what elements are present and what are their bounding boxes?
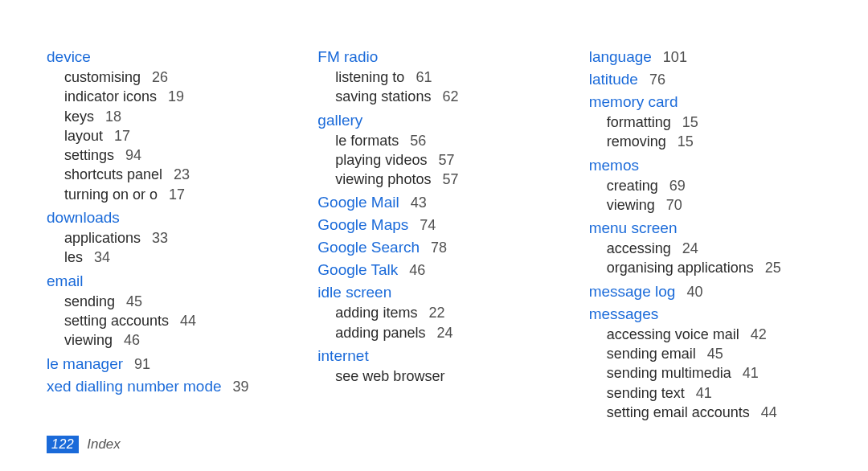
index-heading: language101: [589, 48, 821, 66]
index-subitem-page: 19: [168, 88, 184, 104]
index-subitem: sending multimedia41: [607, 363, 821, 383]
index-heading: idle screen: [317, 284, 550, 301]
index-heading-label: memory card: [589, 93, 678, 110]
index-heading-label: menu screen: [589, 219, 678, 236]
index-heading: FM radio: [317, 48, 550, 66]
index-subitem-label: les: [64, 249, 83, 265]
index-heading-label: device: [47, 48, 91, 65]
index-subitem-page: 69: [669, 178, 686, 194]
index-heading-label: Google Talk: [317, 261, 398, 278]
index-heading: messages: [589, 305, 821, 323]
index-subitem-label: shortcuts panel: [64, 166, 162, 182]
index-subitem-page: 25: [765, 260, 781, 276]
index-heading-label: FM radio: [317, 48, 378, 65]
index-subitem-page: 26: [152, 69, 168, 85]
index-heading-page: 40: [686, 284, 702, 300]
index-sublist: sending45setting accounts44viewing46: [47, 292, 279, 350]
index-heading-page: 46: [409, 262, 425, 278]
index-heading: xed dialling number mode39: [47, 378, 279, 395]
index-subitem-page: 61: [416, 69, 432, 85]
index-subitem-label: viewing photos: [335, 171, 431, 187]
index-heading: Google Mail43: [317, 194, 550, 211]
index-heading: Google Talk46: [317, 261, 550, 279]
index-subitem-label: saving stations: [335, 88, 431, 104]
index-subitem-page: 23: [174, 166, 190, 182]
index-heading-label: message log: [589, 283, 676, 300]
index-subitem-label: see web browser: [335, 368, 444, 384]
index-sublist: accessing voice mail42sending email45sen…: [589, 325, 821, 422]
footer-index-label: Index: [87, 436, 121, 453]
index-heading-label: memos: [589, 157, 639, 174]
index-subitem-page: 18: [105, 109, 121, 125]
index-heading-page: 74: [420, 217, 436, 233]
index-subitem: sending45: [64, 292, 279, 311]
index-subitem: shortcuts panel23: [64, 165, 279, 184]
index-columns: devicecustomising26indicator icons19keys…: [47, 43, 821, 425]
index-subitem-page: 94: [125, 147, 141, 163]
index-subitem-label: viewing: [64, 332, 113, 348]
index-subitem-page: 46: [124, 332, 140, 348]
index-subitem-label: setting email accounts: [607, 404, 750, 420]
index-subitem-page: 70: [666, 197, 682, 213]
index-subitem-page: 24: [436, 325, 452, 341]
index-heading-page: 76: [649, 72, 665, 88]
index-column: language101latitude76memory cardformatti…: [589, 43, 821, 425]
index-subitem-page: 17: [169, 186, 185, 203]
index-heading-label: email: [47, 272, 83, 289]
index-subitem: listening to61: [335, 68, 550, 87]
index-subitem-page: 56: [410, 133, 426, 149]
index-subitem-page: 44: [180, 313, 196, 329]
index-sublist: listening to61saving stations62: [317, 68, 550, 107]
index-subitem-page: 15: [678, 133, 694, 149]
index-subitem: layout17: [64, 126, 279, 145]
index-subitem-label: adding panels: [335, 325, 425, 341]
index-sublist: see web browser: [317, 367, 550, 386]
index-heading: downloads: [47, 209, 279, 227]
index-heading: le manager91: [47, 355, 279, 373]
index-subitem-page: 17: [114, 128, 130, 144]
index-subitem: turning on or o17: [64, 185, 279, 204]
index-subitem-label: playing videos: [335, 152, 427, 168]
index-subitem-label: creating: [607, 178, 658, 194]
index-subitem-label: sending email: [607, 346, 696, 362]
page-footer: 122 Index: [47, 436, 121, 453]
index-heading-page: 43: [411, 195, 427, 211]
index-heading-label: Google Maps: [317, 216, 408, 233]
index-subitem: sending text41: [607, 383, 821, 403]
index-subitem-page: 34: [94, 249, 110, 265]
index-subitem-page: 15: [682, 114, 698, 130]
index-subitem-page: 41: [696, 385, 712, 401]
index-subitem: organising applications25: [607, 258, 821, 277]
index-subitem-label: le formats: [335, 133, 399, 149]
index-heading-label: language: [589, 48, 652, 65]
index-subitem-page: 41: [743, 365, 759, 381]
index-subitem: formatting15: [607, 113, 821, 132]
index-subitem: customising26: [64, 68, 279, 87]
index-subitem-label: settings: [64, 147, 114, 163]
index-subitem: adding panels24: [335, 323, 550, 342]
index-subitem: indicator icons19: [64, 87, 279, 106]
index-sublist: adding items22adding panels24: [317, 303, 550, 342]
index-subitem-page: 57: [438, 152, 454, 168]
page-number-badge: 122: [47, 436, 79, 453]
index-subitem-label: setting accounts: [64, 313, 169, 329]
index-subitem-label: removing: [607, 133, 666, 149]
index-sublist: formatting15removing15: [589, 113, 821, 152]
index-subitem-page: 22: [428, 305, 444, 321]
index-heading: memory card: [589, 93, 821, 111]
index-heading-page: 78: [431, 240, 447, 256]
index-subitem: le formats56: [335, 131, 550, 150]
index-heading-label: idle screen: [317, 284, 391, 301]
index-subitem-label: listening to: [335, 69, 404, 85]
index-heading: latitude76: [589, 71, 821, 88]
index-subitem: viewing photos57: [335, 170, 550, 189]
index-heading: email: [47, 272, 279, 290]
index-subitem-page: 33: [152, 230, 168, 246]
index-heading: internet: [317, 347, 550, 365]
index-heading: menu screen: [589, 219, 821, 237]
index-subitem: removing15: [607, 132, 821, 151]
index-subitem: applications33: [64, 228, 279, 248]
index-subitem-label: accessing: [607, 240, 671, 256]
index-subitem-label: formatting: [607, 114, 671, 130]
index-sublist: le formats56playing videos57viewing phot…: [317, 131, 550, 190]
